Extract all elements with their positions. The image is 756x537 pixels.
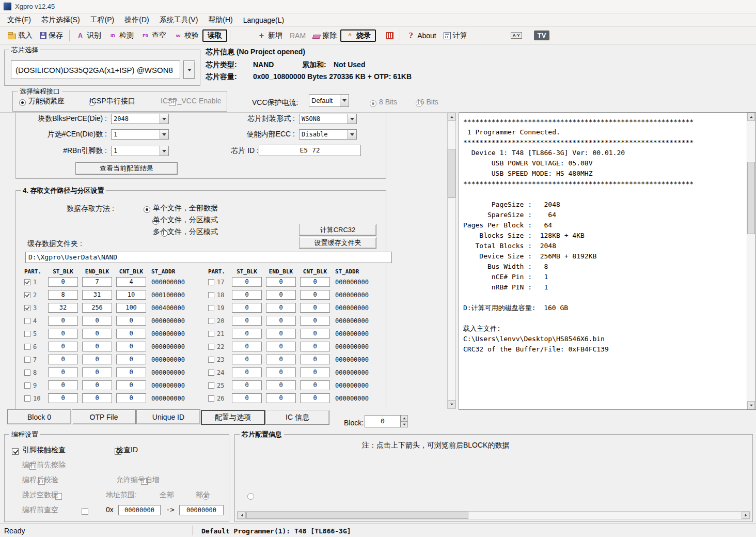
- partition-1-st-field[interactable]: 0: [48, 277, 78, 287]
- toolbar-save-button[interactable]: 保存: [36, 29, 67, 42]
- cache-folder-path-field[interactable]: D:\Xgpro\UserData\NAND: [25, 252, 392, 263]
- partition-6-st-field[interactable]: 0: [48, 342, 78, 351]
- toolbar-socket-button[interactable]: [382, 30, 397, 41]
- menu-item-2[interactable]: 工程(P): [85, 13, 120, 27]
- addr-from-field[interactable]: 00000000: [118, 505, 161, 515]
- toolbar-detect-button[interactable]: 识别: [72, 29, 105, 42]
- block-spin-down-button[interactable]: [401, 421, 408, 427]
- scroll-down-button[interactable]: [448, 400, 455, 408]
- partition-17-st-field[interactable]: 0: [232, 277, 262, 287]
- partition-22-st-field[interactable]: 0: [232, 342, 262, 351]
- ecc-combobox[interactable]: Disable: [299, 129, 357, 140]
- partition-22-end-field[interactable]: 0: [266, 342, 296, 351]
- partition-6-cnt-field[interactable]: 0: [116, 342, 146, 351]
- menu-item-0[interactable]: 文件(F): [2, 13, 36, 27]
- partition-7-st-field[interactable]: 0: [48, 355, 78, 364]
- partition-8-cnt-field[interactable]: 0: [116, 367, 146, 377]
- chip-select-combobox[interactable]: (DOSILICON)DS35Q2GA(x1+ISP) @WSON8: [11, 60, 180, 79]
- partition-20-end-field[interactable]: 0: [266, 316, 296, 326]
- package-combobox[interactable]: WSON8: [299, 114, 357, 124]
- partition-4-cnt-field[interactable]: 0: [116, 316, 146, 326]
- partition-23-st-field[interactable]: 0: [232, 355, 262, 364]
- vcc-combobox[interactable]: Default: [309, 94, 349, 107]
- partition-9-st-field[interactable]: 0: [48, 380, 78, 390]
- toolbar-calc-button[interactable]: 计算: [440, 29, 471, 42]
- partition-25-checkbox[interactable]: [208, 382, 214, 389]
- partition-22-cnt-field[interactable]: 0: [300, 342, 330, 351]
- toolbar-read-button[interactable]: 读取: [202, 29, 227, 42]
- partition-2-st-field[interactable]: 8: [48, 290, 78, 300]
- partition-10-cnt-field[interactable]: 0: [116, 393, 146, 403]
- partition-19-end-field[interactable]: 0: [266, 303, 296, 313]
- partition-9-end-field[interactable]: 0: [82, 380, 112, 390]
- tab-0[interactable]: Block 0: [7, 409, 71, 424]
- chip-id-field[interactable]: E5 72: [259, 145, 361, 156]
- block-spin-up-button[interactable]: [401, 415, 408, 421]
- partition-6-end-field[interactable]: 0: [82, 342, 112, 351]
- tab-4[interactable]: IC 信息: [265, 410, 329, 425]
- socket-radio[interactable]: [19, 99, 26, 106]
- partition-4-st-field[interactable]: 0: [48, 316, 78, 326]
- toolbar-tv-button[interactable]: TV: [534, 30, 550, 40]
- partition-25-st-field[interactable]: 0: [232, 380, 262, 390]
- partition-5-checkbox[interactable]: [24, 331, 30, 337]
- toolbar-program-button[interactable]: 烧录: [340, 29, 376, 42]
- partition-6-checkbox[interactable]: [24, 344, 30, 350]
- menu-item-3[interactable]: 操作(D): [119, 13, 154, 27]
- partition-20-st-field[interactable]: 0: [232, 316, 262, 326]
- partition-5-cnt-field[interactable]: 0: [116, 329, 146, 339]
- calc-crc32-button[interactable]: 计算CRC32: [299, 224, 376, 236]
- partition-17-cnt-field[interactable]: 0: [300, 277, 330, 287]
- partition-3-checkbox[interactable]: [24, 305, 30, 311]
- toolbar-test-button[interactable]: 检测: [105, 29, 137, 42]
- partition-1-checkbox[interactable]: [24, 279, 30, 285]
- toolbar-erase-button[interactable]: 擦除: [309, 29, 340, 42]
- partition-5-st-field[interactable]: 0: [48, 329, 78, 339]
- tab-3[interactable]: 配置与选项: [201, 410, 265, 425]
- partition-26-st-field[interactable]: 0: [232, 393, 262, 403]
- method-single-all-radio[interactable]: [144, 206, 150, 213]
- partition-26-cnt-field[interactable]: 0: [300, 393, 330, 403]
- partition-1-cnt-field[interactable]: 4: [116, 277, 146, 287]
- partition-24-st-field[interactable]: 0: [232, 367, 262, 377]
- partition-3-st-field[interactable]: 32: [48, 303, 78, 313]
- bits8-radio[interactable]: [370, 100, 376, 107]
- partition-18-cnt-field[interactable]: 0: [300, 290, 330, 300]
- tab-2[interactable]: Unique ID: [136, 409, 200, 424]
- partition-25-cnt-field[interactable]: 0: [300, 380, 330, 390]
- menu-item-5[interactable]: 帮助(H): [203, 13, 238, 27]
- partition-2-cnt-field[interactable]: 10: [116, 290, 146, 300]
- partition-18-checkbox[interactable]: [208, 292, 214, 298]
- partition-9-checkbox[interactable]: [24, 382, 30, 389]
- partition-7-cnt-field[interactable]: 0: [116, 355, 146, 364]
- scroll-thumb[interactable]: [747, 162, 755, 234]
- scroll-thumb[interactable]: [448, 149, 455, 198]
- rbn-count-combobox[interactable]: 1: [111, 146, 169, 156]
- partition-8-end-field[interactable]: 0: [82, 367, 112, 377]
- partition-4-checkbox[interactable]: [24, 318, 30, 324]
- view-config-button[interactable]: 查看当前配置结果: [75, 162, 178, 175]
- partition-24-checkbox[interactable]: [208, 370, 214, 376]
- partition-3-cnt-field[interactable]: 100: [116, 303, 146, 313]
- partition-19-checkbox[interactable]: [208, 305, 214, 311]
- partition-10-checkbox[interactable]: [24, 395, 30, 402]
- partition-9-cnt-field[interactable]: 0: [116, 380, 146, 390]
- partition-26-checkbox[interactable]: [208, 395, 214, 402]
- toolbar-load-button[interactable]: 载入: [4, 29, 36, 42]
- tab-1[interactable]: OTP File: [72, 409, 136, 424]
- partition-3-end-field[interactable]: 256: [82, 303, 112, 313]
- menu-item-6[interactable]: Language(L): [238, 14, 289, 26]
- toolbar-add-button[interactable]: 新增: [254, 29, 286, 42]
- toolbar-blank-button[interactable]: 查空: [137, 29, 170, 42]
- cen-count-combobox[interactable]: 1: [111, 129, 169, 140]
- partition-26-end-field[interactable]: 0: [266, 393, 296, 403]
- pin-check-checkbox[interactable]: [12, 448, 19, 455]
- partition-19-cnt-field[interactable]: 0: [300, 303, 330, 313]
- partition-7-end-field[interactable]: 0: [82, 355, 112, 364]
- partition-5-end-field[interactable]: 0: [82, 329, 112, 339]
- partition-8-st-field[interactable]: 0: [48, 367, 78, 377]
- set-cache-folder-button[interactable]: 设置缓存文件夹: [299, 237, 376, 249]
- toolbar-adapter-button[interactable]: [507, 30, 526, 40]
- partition-24-end-field[interactable]: 0: [266, 367, 296, 377]
- scroll-down-button[interactable]: [747, 401, 755, 409]
